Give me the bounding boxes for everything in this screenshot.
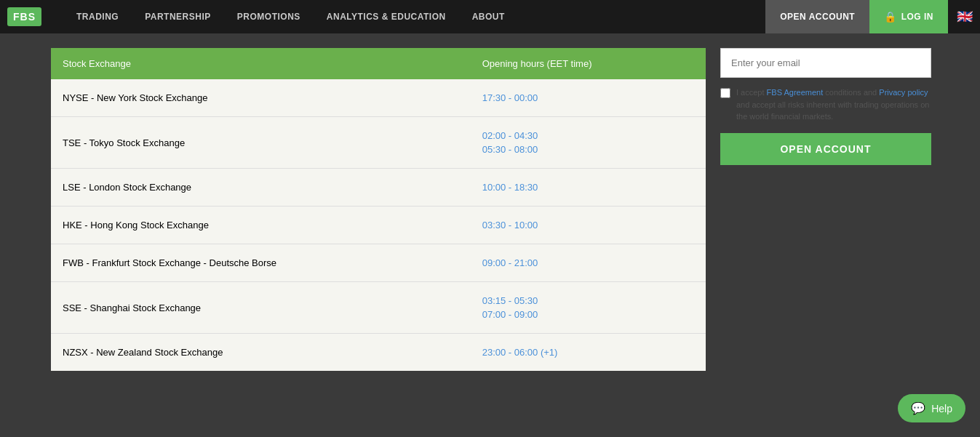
hours-cell: 10:00 - 18:30 — [471, 169, 706, 207]
agreement-text-3: and accept all risks inherent with tradi… — [736, 100, 929, 121]
help-label: Help — [931, 403, 952, 414]
nav-promotions[interactable]: PROMOTIONS — [224, 0, 314, 33]
agreement-text-2: conditions and — [823, 88, 879, 97]
help-icon: 💬 — [911, 401, 925, 415]
exchange-full-name: Frankfurt Stock Exchange - Deutsche Bors… — [92, 257, 276, 268]
exchange-abbr: NZSX - — [63, 347, 96, 358]
table-row: SSE - Shanghai Stock Exchange03:15 - 05:… — [51, 282, 706, 334]
hours-cell: 17:30 - 00:00 — [471, 79, 706, 117]
exchange-name-cell: FWB - Frankfurt Stock Exchange - Deutsch… — [51, 244, 471, 282]
sidebar: I accept FBS Agreement conditions and Pr… — [720, 48, 931, 422]
open-account-button[interactable]: OPEN ACCOUNT — [720, 133, 931, 165]
stock-exchange-table: Stock Exchange Opening hours (EET time) … — [51, 48, 706, 371]
table-header-row: Stock Exchange Opening hours (EET time) — [51, 48, 706, 79]
exchange-abbr: TSE - — [63, 137, 89, 148]
exchange-abbr: LSE - — [63, 182, 89, 193]
exchange-abbr: NYSE - — [63, 92, 97, 103]
table-row: LSE - London Stock Exchange10:00 - 18:30 — [51, 169, 706, 207]
exchange-abbr: FWB - — [63, 257, 92, 268]
login-button[interactable]: 🔒 LOG IN — [869, 0, 948, 33]
exchange-name-cell: HKE - Hong Kong Stock Exchange — [51, 207, 471, 244]
nav-about[interactable]: ABOUT — [459, 0, 518, 33]
hours-cell: 23:00 - 06:00 (+1) — [471, 334, 706, 372]
exchange-abbr: HKE - — [63, 220, 90, 230]
hours-multi: 03:15 - 05:3007:00 - 09:00 — [482, 295, 694, 320]
exchange-name-cell: TSE - Tokyo Stock Exchange — [51, 117, 471, 169]
hours-cell: 09:00 - 21:00 — [471, 244, 706, 282]
exchange-full-name: Shanghai Stock Exchange — [90, 302, 202, 313]
table-row: TSE - Tokyo Stock Exchange02:00 - 04:300… — [51, 117, 706, 169]
agreement-text-1: I accept — [736, 88, 767, 97]
col-hours: Opening hours (EET time) — [471, 48, 706, 79]
fbs-logo[interactable]: FBS — [7, 7, 41, 26]
fbs-agreement-link[interactable]: FBS Agreement — [767, 88, 824, 97]
stock-exchange-table-section: Stock Exchange Opening hours (EET time) … — [51, 48, 706, 422]
exchange-full-name: New Zealand Stock Exchange — [96, 347, 223, 358]
language-flag[interactable]: 🇬🇧 — [957, 9, 973, 25]
col-exchange: Stock Exchange — [51, 48, 471, 79]
hours-multi: 02:00 - 04:3005:30 - 08:00 — [482, 130, 694, 155]
exchange-name-cell: NYSE - New York Stock Exchange — [51, 79, 471, 117]
table-row: HKE - Hong Kong Stock Exchange03:30 - 10… — [51, 207, 706, 244]
nav-analytics[interactable]: ANALYTICS & EDUCATION — [314, 0, 459, 33]
main-content: Stock Exchange Opening hours (EET time) … — [0, 33, 980, 437]
lock-icon: 🔒 — [884, 11, 897, 23]
exchange-full-name: Hong Kong Stock Exchange — [90, 220, 209, 230]
hours-cell: 02:00 - 04:3005:30 - 08:00 — [471, 117, 706, 169]
agreement-checkbox[interactable] — [720, 88, 730, 98]
table-row: NZSX - New Zealand Stock Exchange23:00 -… — [51, 334, 706, 372]
hour-range: 07:00 - 09:00 — [482, 309, 694, 320]
exchange-name-cell: LSE - London Stock Exchange — [51, 169, 471, 207]
table-row: FWB - Frankfurt Stock Exchange - Deutsch… — [51, 244, 706, 282]
hour-range: 02:00 - 04:30 — [482, 130, 694, 141]
exchange-name-cell: NZSX - New Zealand Stock Exchange — [51, 334, 471, 372]
nav-partnership[interactable]: PARTNERSHIP — [132, 0, 224, 33]
nav-trading[interactable]: TRADING — [63, 0, 132, 33]
exchange-name-cell: SSE - Shanghai Stock Exchange — [51, 282, 471, 334]
nav-links: TRADING PARTNERSHIP PROMOTIONS ANALYTICS… — [63, 0, 765, 33]
help-button[interactable]: 💬 Help — [898, 394, 965, 422]
login-label: LOG IN — [901, 12, 933, 22]
exchange-full-name: Tokyo Stock Exchange — [89, 137, 186, 148]
exchange-abbr: SSE - — [63, 302, 90, 313]
hour-range: 03:15 - 05:30 — [482, 295, 694, 306]
navbar: FBS TRADING PARTNERSHIP PROMOTIONS ANALY… — [0, 0, 980, 33]
email-input[interactable] — [720, 48, 931, 78]
hours-cell: 03:15 - 05:3007:00 - 09:00 — [471, 282, 706, 334]
agreement-text: I accept FBS Agreement conditions and Pr… — [736, 87, 931, 123]
exchange-full-name: New York Stock Exchange — [97, 92, 207, 103]
nav-actions: OPEN ACCOUNT 🔒 LOG IN 🇬🇧 — [765, 0, 973, 33]
agreement-row: I accept FBS Agreement conditions and Pr… — [720, 87, 931, 123]
hour-range: 05:30 - 08:00 — [482, 144, 694, 155]
hours-cell: 03:30 - 10:00 — [471, 207, 706, 244]
exchange-full-name: London Stock Exchange — [89, 182, 191, 193]
table-row: NYSE - New York Stock Exchange17:30 - 00… — [51, 79, 706, 117]
privacy-policy-link[interactable]: Privacy policy — [879, 88, 928, 97]
open-account-nav-button[interactable]: OPEN ACCOUNT — [765, 0, 869, 33]
